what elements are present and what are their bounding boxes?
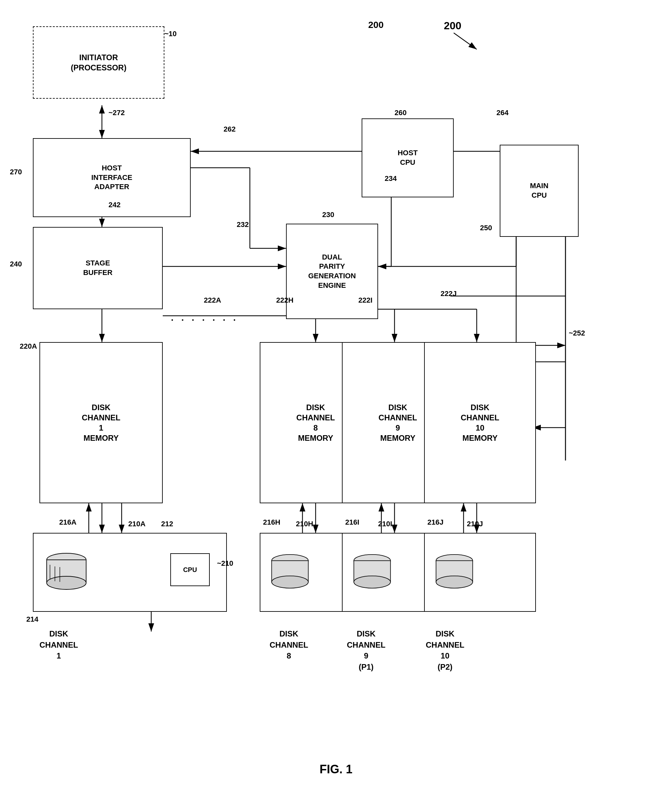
ref-200: 200 <box>368 20 384 30</box>
svg-point-52 <box>354 576 390 588</box>
ref-222I: 222I <box>358 296 373 304</box>
dots-label: . . . . . . . <box>171 312 238 323</box>
ref-230: 230 <box>322 210 334 219</box>
diagram: 200 INITIATOR(PROCESSOR) ~10 ~272 HOSTIN… <box>0 0 672 796</box>
disk-ch8-mem-label: DISKCHANNEL8MEMORY <box>296 402 335 444</box>
ref-220A: 220A <box>20 342 37 351</box>
disk-ch10-container <box>424 533 536 612</box>
disk-ch9-icon <box>351 550 394 593</box>
ref-216A: 216A <box>59 518 77 527</box>
host-cpu-box: HOSTCPU <box>362 119 454 197</box>
ref-210A: 210A <box>128 520 146 528</box>
ref-212: 212 <box>161 520 173 528</box>
disk-ch10-icon <box>433 550 476 593</box>
ref-214: 214 <box>26 615 38 624</box>
host-interface-label: HOSTINTERFACEADAPTER <box>91 163 133 192</box>
initiator-box: INITIATOR(PROCESSOR) <box>33 26 165 99</box>
disk-ch1-container: CPU <box>33 533 227 612</box>
dual-parity-label: DUALPARITYGENERATIONENGINE <box>308 253 356 290</box>
ref-242: 242 <box>109 201 121 209</box>
ref-222H: 222H <box>276 296 294 304</box>
ref-216H: 216H <box>263 518 280 527</box>
ref-252: ~252 <box>569 329 585 338</box>
ref-272: ~272 <box>109 109 125 117</box>
svg-point-55 <box>436 576 472 588</box>
stage-buffer-box: STAGEBUFFER <box>33 227 163 309</box>
ref-210J: 210J <box>467 520 483 528</box>
ref-222J: 222J <box>440 290 457 298</box>
ref-234: 234 <box>385 175 397 183</box>
ref-210H: 210H <box>296 520 313 528</box>
ref-222A: 222A <box>204 296 221 304</box>
ref-262: 262 <box>224 125 236 133</box>
disk-ch8-icon <box>269 550 311 593</box>
ref-216I: 216I <box>345 518 359 527</box>
ref-210I: 210I <box>378 520 392 528</box>
disk-ch1-mem-label: DISKCHANNEL1MEMORY <box>82 402 120 444</box>
ref-240: 240 <box>10 260 22 268</box>
disk-ch10-mem-box: DISKCHANNEL10MEMORY <box>424 342 536 503</box>
fig-label: FIG. 1 <box>320 762 352 776</box>
svg-line-56 <box>454 33 477 49</box>
cpu-label: CPU <box>183 565 197 574</box>
svg-point-49 <box>272 576 308 588</box>
host-cpu-label: HOSTCPU <box>397 148 418 167</box>
ref-264: 264 <box>496 109 509 117</box>
disk-ch1-icon <box>43 548 90 594</box>
ch10-label: DISKCHANNEL10(P2) <box>426 628 464 672</box>
ref-210-dots: ~210 <box>217 559 234 568</box>
main-cpu-label: MAINCPU <box>530 181 549 200</box>
ref-232: 232 <box>237 220 249 229</box>
cpu-box: CPU <box>170 553 210 586</box>
ref-250: 250 <box>480 224 492 232</box>
svg-point-43 <box>47 576 86 589</box>
ch1-label: DISKCHANNEL1 <box>40 628 78 661</box>
main-cpu-box: MAINCPU <box>500 145 579 237</box>
ch8-label: DISKCHANNEL8 <box>270 628 308 661</box>
ref-260: 260 <box>395 109 407 117</box>
ch9-label: DISKCHANNEL9(P1) <box>347 628 385 672</box>
ref-216J: 216J <box>427 518 443 527</box>
disk-ch9-mem-label: DISKCHANNEL9MEMORY <box>378 402 417 444</box>
dual-parity-box: DUALPARITYGENERATIONENGINE <box>286 224 378 319</box>
disk-ch1-mem-box: DISKCHANNEL1MEMORY <box>40 342 163 503</box>
ref-200-top: 200 <box>444 20 461 32</box>
ref-10: ~10 <box>165 30 176 38</box>
stage-buffer-label: STAGEBUFFER <box>83 258 112 277</box>
ref-270: 270 <box>10 168 22 176</box>
disk-ch10-mem-label: DISKCHANNEL10MEMORY <box>461 402 499 444</box>
initiator-label: INITIATOR(PROCESSOR) <box>71 52 126 73</box>
